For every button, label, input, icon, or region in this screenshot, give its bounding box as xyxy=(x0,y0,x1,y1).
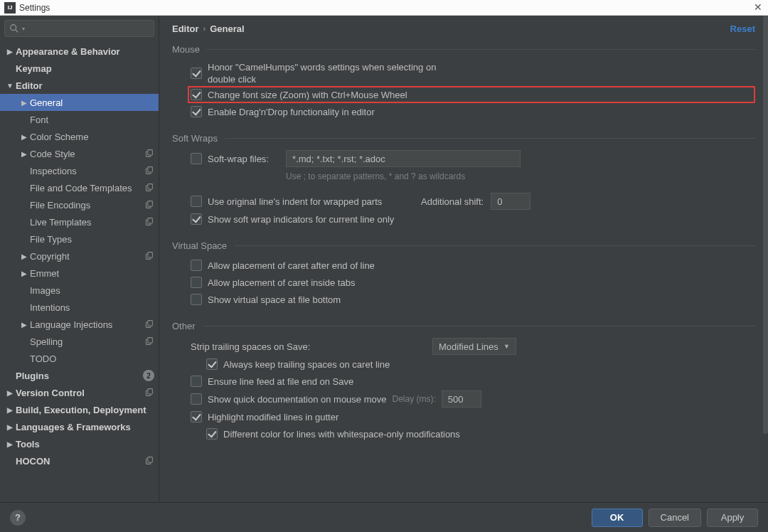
sidebar-item-code-style[interactable]: ▶Code Style xyxy=(0,145,159,162)
section-softwraps-label: Soft Wraps xyxy=(172,133,218,144)
search-input[interactable]: ▾ xyxy=(4,20,154,37)
option-use-original-indent[interactable]: Use original line's indent for wrapped p… xyxy=(191,192,755,211)
delay-input[interactable] xyxy=(442,390,481,408)
checkbox[interactable] xyxy=(206,358,218,370)
checkbox[interactable] xyxy=(191,153,202,164)
apply-button[interactable]: Apply xyxy=(707,509,758,527)
checkbox[interactable] xyxy=(191,68,202,79)
sidebar-item-label: Tools xyxy=(16,439,154,449)
sidebar-item-label: Copyright xyxy=(30,251,144,262)
sidebar-item-label: Appearance & Behavior xyxy=(16,46,154,57)
sidebar-item-label: Images xyxy=(30,285,154,296)
option-caret-tabs[interactable]: Allow placement of caret inside tabs xyxy=(191,274,755,291)
sidebar-item-emmet[interactable]: ▶Emmet xyxy=(0,265,159,282)
breadcrumb-root[interactable]: Editor xyxy=(172,23,199,34)
sidebar-item-inspections[interactable]: ▶Inspections xyxy=(0,162,159,179)
sidebar-item-label: Plugins xyxy=(16,371,143,381)
sidebar-item-intentions[interactable]: ▶Intentions xyxy=(0,299,159,316)
checkbox[interactable] xyxy=(191,260,202,271)
option-label: Enable Drag'n'Drop functionality in edit… xyxy=(208,107,375,117)
ok-button[interactable]: OK xyxy=(592,509,643,527)
sidebar-item-file-and-code-templates[interactable]: ▶File and Code Templates xyxy=(0,179,159,196)
additional-shift-input[interactable] xyxy=(491,193,530,210)
checkbox[interactable] xyxy=(206,428,218,440)
sidebar-item-font[interactable]: ▶Font xyxy=(0,111,159,128)
scope-icon xyxy=(144,251,154,261)
section-other: Other xyxy=(172,321,755,331)
checkbox[interactable] xyxy=(191,376,202,387)
option-change-font-size[interactable]: Change font size (Zoom) with Ctrl+Mouse … xyxy=(188,86,755,103)
sidebar-item-keymap[interactable]: ▶Keymap xyxy=(0,60,159,77)
checkbox[interactable] xyxy=(191,196,202,207)
dropdown-value: Modified Lines xyxy=(439,341,498,352)
checkbox[interactable] xyxy=(191,393,202,405)
option-virtual-bottom[interactable]: Show virtual space at file bottom xyxy=(191,291,755,308)
help-button[interactable]: ? xyxy=(10,510,26,526)
sidebar-item-plugins[interactable]: ▶Plugins2 xyxy=(0,367,159,384)
option-quick-doc[interactable]: Show quick documentation on mouse move D… xyxy=(191,390,755,408)
reset-link[interactable]: Reset xyxy=(730,23,755,34)
section-virtual-space: Virtual Space xyxy=(172,240,755,251)
option-label: Show soft wrap indicators for current li… xyxy=(208,214,394,225)
sidebar-item-tools[interactable]: ▶Tools xyxy=(0,435,159,452)
checkbox[interactable] xyxy=(191,213,202,225)
option-label: Always keep trailing spaces on caret lin… xyxy=(223,359,390,370)
sidebar-item-copyright[interactable]: ▶Copyright xyxy=(0,248,159,265)
sidebar-item-build-execution-deployment[interactable]: ▶Build, Execution, Deployment xyxy=(0,401,159,418)
softwrap-files-input[interactable] xyxy=(286,150,521,167)
sidebar-item-label: Build, Execution, Deployment xyxy=(16,405,154,415)
sidebar-item-spelling[interactable]: ▶Spelling xyxy=(0,333,159,350)
close-icon[interactable]: ✕ xyxy=(754,1,762,13)
checkbox[interactable] xyxy=(191,277,202,288)
option-diff-whitespace[interactable]: Different color for lines with whitespac… xyxy=(206,425,755,442)
sidebar-item-version-control[interactable]: ▶Version Control xyxy=(0,384,159,401)
option-label: Soft-wrap files: xyxy=(208,154,286,164)
sidebar-item-images[interactable]: ▶Images xyxy=(0,282,159,299)
chevron-right-icon: ▶ xyxy=(6,423,14,431)
option-label: Show virtual space at file bottom xyxy=(208,294,341,305)
sidebar-item-languages-frameworks[interactable]: ▶Languages & Frameworks xyxy=(0,418,159,435)
checkbox[interactable] xyxy=(191,411,202,422)
breadcrumb-current: General xyxy=(210,23,244,34)
chevron-down-icon: ▼ xyxy=(6,82,14,90)
checkbox[interactable] xyxy=(191,89,202,100)
option-show-softwrap-indicators[interactable]: Show soft wrap indicators for current li… xyxy=(191,211,755,228)
checkbox[interactable] xyxy=(191,294,202,305)
checkbox[interactable] xyxy=(191,106,202,117)
cancel-button[interactable]: Cancel xyxy=(649,509,701,527)
svg-rect-15 xyxy=(148,321,153,326)
option-label: Allow placement of caret inside tabs xyxy=(208,277,355,288)
sidebar-item-general[interactable]: ▶General xyxy=(0,94,159,111)
section-softwraps: Soft Wraps xyxy=(172,133,755,144)
option-enable-dnd[interactable]: Enable Drag'n'Drop functionality in edit… xyxy=(191,103,755,120)
option-label: Use original line's indent for wrapped p… xyxy=(208,196,421,207)
content-scrollbar[interactable] xyxy=(763,16,768,502)
settings-window: IJ Settings ✕ ▾ ▶Appearance & Behavior▶K… xyxy=(0,0,768,532)
sidebar-item-label: Live Templates xyxy=(30,217,144,228)
chevron-down-icon: ▼ xyxy=(503,343,510,350)
sidebar-item-todo[interactable]: ▶TODO xyxy=(0,350,159,367)
sidebar-item-hocon[interactable]: ▶HOCON xyxy=(0,452,159,469)
option-keep-trailing-caret[interactable]: Always keep trailing spaces on caret lin… xyxy=(206,356,755,373)
option-highlight-modified[interactable]: Highlight modified lines in gutter xyxy=(191,408,755,425)
option-ensure-lf[interactable]: Ensure line feed at file end on Save xyxy=(191,373,755,390)
sidebar-item-label: Code Style xyxy=(30,149,144,159)
sidebar-item-file-encodings[interactable]: ▶File Encodings xyxy=(0,196,159,213)
option-honor-camelhumps[interactable]: Honor "CamelHumps" words settings when s… xyxy=(191,60,755,86)
settings-content: Editor › General Reset Mouse Honor "Came… xyxy=(159,16,768,502)
sidebar-item-label: File Types xyxy=(30,234,154,245)
sidebar-item-label: Emmet xyxy=(30,268,154,279)
softwrap-hint-row: Use ; to separate patterns, * and ? as w… xyxy=(286,168,755,185)
sidebar-item-color-scheme[interactable]: ▶Color Scheme xyxy=(0,128,159,145)
svg-line-1 xyxy=(16,30,18,33)
sidebar-item-editor[interactable]: ▼Editor xyxy=(0,77,159,94)
option-label: Strip trailing spaces on Save: xyxy=(191,341,432,352)
sidebar-item-appearance-behavior[interactable]: ▶Appearance & Behavior xyxy=(0,43,159,60)
option-softwrap-files[interactable]: Soft-wrap files: xyxy=(191,149,755,168)
sidebar-item-live-templates[interactable]: ▶Live Templates xyxy=(0,213,159,230)
sidebar-item-file-types[interactable]: ▶File Types xyxy=(0,230,159,248)
option-caret-eol[interactable]: Allow placement of caret after end of li… xyxy=(191,257,755,274)
strip-trailing-dropdown[interactable]: Modified Lines ▼ xyxy=(432,338,516,355)
sidebar-item-label: Version Control xyxy=(16,388,144,398)
sidebar-item-language-injections[interactable]: ▶Language Injections xyxy=(0,316,159,333)
